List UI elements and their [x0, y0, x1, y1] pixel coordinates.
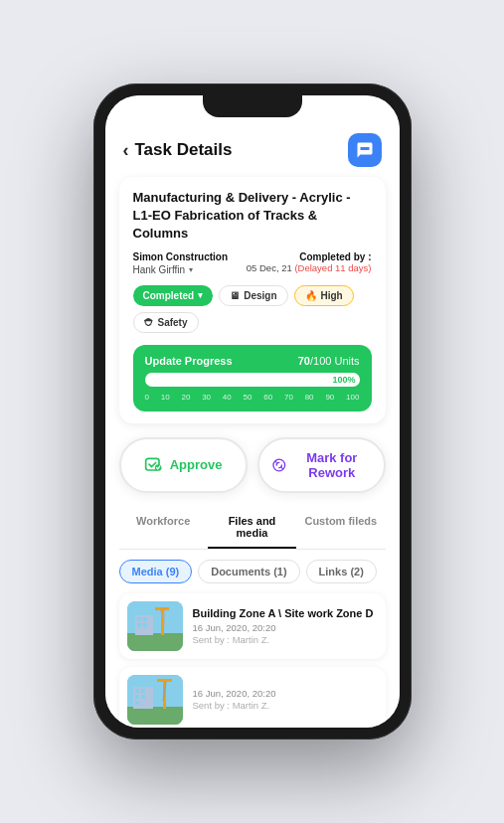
- progress-bar-fill: 100%: [145, 373, 360, 387]
- svg-rect-17: [135, 689, 139, 693]
- progress-unit: Units: [334, 355, 359, 367]
- tags-row: Completed ▾ 🖥 Design 🔥 High ⛑ Safety: [133, 285, 372, 333]
- tick-100: 100: [346, 393, 359, 402]
- tick-40: 40: [223, 393, 232, 402]
- completed-by-section: Completed by : 05 Dec, 21 (Delayed 11 da…: [247, 251, 372, 273]
- approve-button[interactable]: Approve: [119, 437, 248, 493]
- media-list: Building Zone A \ Site work Zone D 16 Ju…: [119, 593, 386, 728]
- tag-high[interactable]: 🔥 High: [294, 285, 354, 306]
- sub-tabs: Media (9) Documents (1) Links (2): [119, 560, 386, 583]
- high-label: High: [321, 290, 343, 301]
- progress-value: 70/100 Units: [298, 355, 360, 367]
- phone-notch: [203, 95, 302, 117]
- svg-rect-8: [137, 623, 141, 627]
- chat-button[interactable]: [348, 133, 382, 167]
- task-title: Manufacturing & Delivery - Acrylic - L1-…: [133, 189, 372, 244]
- progress-current: 70: [298, 355, 310, 367]
- completed-by-date: 05 Dec, 21 (Delayed 11 days): [247, 262, 372, 273]
- action-buttons: Approve Mark for Rework: [119, 437, 386, 493]
- phone-frame: ‹ Task Details Manufacturing & Delivery …: [93, 83, 412, 740]
- svg-rect-23: [157, 679, 172, 682]
- safety-icon: ⛑: [144, 317, 154, 328]
- tick-70: 70: [284, 393, 293, 402]
- safety-label: Safety: [158, 317, 188, 328]
- completed-by-label: Completed by :: [247, 251, 372, 262]
- media-thumbnail-1: [127, 601, 183, 651]
- assignee-dropdown-icon[interactable]: ▾: [189, 265, 193, 274]
- progress-header: Update Progress 70/100 Units: [145, 355, 360, 367]
- tag-completed[interactable]: Completed ▾: [133, 285, 214, 306]
- media-sender-2: Sent by : Martin Z.: [193, 700, 378, 711]
- rework-icon: [271, 455, 287, 475]
- tab-workforce[interactable]: Workforce: [119, 507, 208, 549]
- phone-screen: ‹ Task Details Manufacturing & Delivery …: [105, 95, 400, 728]
- tick-50: 50: [244, 393, 252, 402]
- svg-rect-11: [155, 607, 169, 610]
- rework-button[interactable]: Mark for Rework: [257, 437, 386, 493]
- svg-rect-21: [135, 701, 139, 705]
- subtab-documents[interactable]: Documents (1): [198, 560, 299, 583]
- rework-label: Mark for Rework: [292, 450, 371, 480]
- tick-20: 20: [181, 393, 190, 402]
- company-name: Simon Construction: [133, 251, 229, 262]
- page-title: Task Details: [135, 140, 233, 160]
- media-item-2[interactable]: 16 Jun, 2020, 20:20 Sent by : Martin Z.: [119, 667, 386, 728]
- progress-percent: 100%: [332, 375, 355, 385]
- media-sender-1: Sent by : Martin Z.: [193, 634, 378, 645]
- svg-rect-19: [135, 695, 139, 699]
- main-tabs: Workforce Files and media Custom fileds: [119, 507, 386, 550]
- delayed-text: (Delayed 11 days): [294, 262, 371, 273]
- tick-90: 90: [325, 393, 334, 402]
- tick-10: 10: [161, 393, 170, 402]
- completed-label: Completed: [143, 290, 195, 301]
- approve-icon: [144, 455, 164, 475]
- progress-section: Update Progress 70/100 Units 100% 0 10 2: [133, 345, 372, 412]
- high-icon: 🔥: [305, 290, 317, 301]
- media-date-2: 16 Jun, 2020, 20:20: [193, 688, 378, 699]
- task-card: Manufacturing & Delivery - Acrylic - L1-…: [119, 177, 386, 423]
- svg-rect-15: [127, 707, 183, 725]
- progress-label: Update Progress: [145, 355, 233, 367]
- media-info-1: Building Zone A \ Site work Zone D 16 Ju…: [193, 607, 378, 645]
- assignee-section: Simon Construction Hank Girffin ▾: [133, 251, 229, 275]
- tick-0: 0: [145, 393, 149, 402]
- progress-total: 100: [313, 355, 331, 367]
- tag-design[interactable]: 🖥 Design: [219, 285, 287, 306]
- progress-bar-background: 100%: [145, 373, 360, 387]
- design-icon: 🖥: [230, 290, 240, 301]
- back-button[interactable]: ‹: [123, 140, 129, 161]
- completed-dropdown-icon: ▾: [198, 290, 203, 300]
- media-date-1: 16 Jun, 2020, 20:20: [193, 622, 378, 633]
- subtab-links[interactable]: Links (2): [306, 560, 377, 583]
- media-info-2: 16 Jun, 2020, 20:20 Sent by : Martin Z.: [193, 688, 378, 711]
- tab-files-media[interactable]: Files and media: [208, 507, 296, 549]
- tick-80: 80: [305, 393, 314, 402]
- tick-60: 60: [263, 393, 272, 402]
- svg-rect-9: [143, 623, 147, 627]
- media-item[interactable]: Building Zone A \ Site work Zone D 16 Ju…: [119, 593, 386, 659]
- screen-content: ‹ Task Details Manufacturing & Delivery …: [105, 95, 400, 728]
- header-left: ‹ Task Details: [123, 140, 233, 161]
- media-thumbnail-2: [127, 675, 183, 725]
- assignee-row: Hank Girffin ▾: [133, 264, 229, 275]
- svg-rect-18: [141, 689, 145, 693]
- design-label: Design: [244, 290, 276, 301]
- tag-safety[interactable]: ⛑ Safety: [133, 312, 199, 333]
- assignee-name: Hank Girffin: [133, 264, 186, 275]
- tab-custom-fields[interactable]: Custom fileds: [296, 507, 385, 549]
- svg-point-2: [272, 459, 284, 471]
- chat-icon: [356, 141, 374, 159]
- tick-30: 30: [202, 393, 211, 402]
- media-title-1: Building Zone A \ Site work Zone D: [193, 607, 378, 619]
- svg-rect-20: [141, 695, 145, 699]
- svg-rect-7: [143, 617, 147, 621]
- svg-rect-6: [137, 617, 141, 621]
- approve-label: Approve: [170, 457, 223, 472]
- progress-ticks: 0 10 20 30 40 50 60 70 80 90 100: [145, 393, 360, 402]
- task-meta: Simon Construction Hank Girffin ▾ Comple…: [133, 251, 372, 275]
- subtab-media[interactable]: Media (9): [119, 560, 193, 583]
- svg-rect-4: [127, 633, 183, 651]
